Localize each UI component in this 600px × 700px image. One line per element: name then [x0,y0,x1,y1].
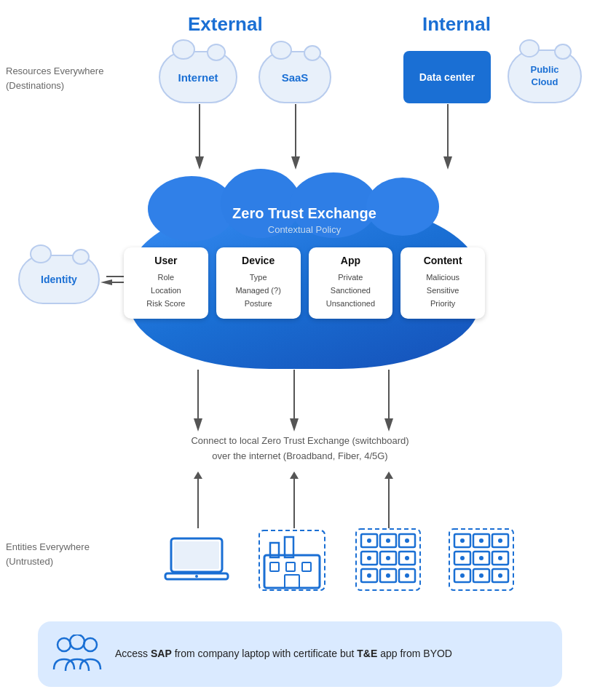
device-card-title: Device [221,255,296,266]
svg-point-66 [479,556,483,560]
svg-point-46 [367,556,371,560]
bottom-callout: Access SAP from company laptop with cert… [38,621,562,687]
svg-point-69 [479,573,483,578]
saas-arrow [291,104,300,170]
datacenter-destination: Data center [403,51,491,103]
svg-marker-5 [443,156,452,170]
below-arrow-3 [384,370,393,431]
datacenter-arrow [443,104,452,170]
svg-point-68 [460,573,465,578]
svg-point-70 [498,573,502,578]
svg-marker-13 [290,418,299,431]
svg-point-43 [367,538,371,543]
app-card-title: App [313,255,389,266]
below-arrow-1 [194,370,202,431]
content-card-items: MaliciousSensitivePriority [405,271,481,310]
svg-marker-1 [195,156,204,170]
svg-point-44 [386,538,390,543]
lower-arrow-3 [384,472,393,528]
svg-point-51 [405,573,409,578]
svg-point-73 [70,635,84,649]
zte-cloud: Zero Trust Exchange Contextual Policy Us… [108,169,501,369]
svg-rect-33 [259,530,325,590]
svg-marker-11 [194,418,202,431]
svg-point-50 [386,573,390,578]
svg-marker-15 [384,418,393,431]
svg-point-64 [498,538,502,543]
laptop-icon [164,533,229,589]
below-arrow-2 [290,370,299,431]
content-card-title: Content [405,255,481,266]
internal-label: Internal [422,13,491,36]
svg-rect-29 [270,562,279,571]
svg-marker-21 [384,472,393,479]
external-label: External [188,13,263,36]
svg-point-47 [386,556,390,560]
server-icon-2 [449,528,514,591]
zte-subtitle: Contextual Policy [108,224,501,235]
lower-arrow-1 [194,472,202,528]
factory-icon [258,530,325,591]
internet-destination: Internet [159,51,237,103]
svg-marker-19 [290,472,299,479]
svg-point-25 [195,575,198,578]
svg-point-48 [405,556,409,560]
entities-label: Entities Everywhere (Untrusted) [6,540,90,568]
svg-point-63 [479,538,483,543]
svg-point-62 [460,538,465,543]
svg-rect-31 [302,562,311,571]
user-card-items: RoleLocationRisk Score [128,271,204,310]
identity-cloud: Identity [18,255,100,304]
user-card-title: User [128,255,204,266]
svg-point-72 [58,638,71,651]
svg-rect-32 [285,575,299,588]
policy-card-content: Content MaliciousSensitivePriority [400,247,485,319]
svg-rect-23 [174,541,219,569]
zte-title: Zero Trust Exchange [108,205,501,222]
policy-card-device: Device TypeManaged (?)Posture [216,247,301,319]
callout-text: Access SAP from company laptop with cert… [115,645,452,662]
policy-cards-container: User RoleLocationRisk Score Device TypeM… [124,247,485,319]
svg-rect-30 [286,562,295,571]
lower-arrow-2 [290,472,299,528]
svg-point-49 [367,573,371,578]
server-icon-1 [355,528,421,591]
svg-marker-9 [100,279,112,285]
svg-marker-3 [291,156,300,170]
device-card-items: TypeManaged (?)Posture [221,271,296,310]
svg-point-74 [84,638,97,651]
policy-card-user: User RoleLocationRisk Score [124,247,208,319]
internet-arrow [195,104,204,170]
resources-label: Resources Everywhere (Destinations) [6,64,103,92]
policy-card-app: App PrivateSanctionedUnsanctioned [309,247,393,319]
public-cloud-destination: PublicCloud [508,49,582,103]
svg-marker-17 [194,472,202,479]
svg-point-67 [498,556,502,560]
svg-point-65 [460,556,465,560]
app-card-items: PrivateSanctionedUnsanctioned [313,271,389,310]
connect-text: Connect to local Zero Trust Exchange (sw… [0,434,600,464]
svg-point-45 [405,538,409,543]
saas-destination: SaaS [258,51,331,103]
people-icon [52,635,102,674]
